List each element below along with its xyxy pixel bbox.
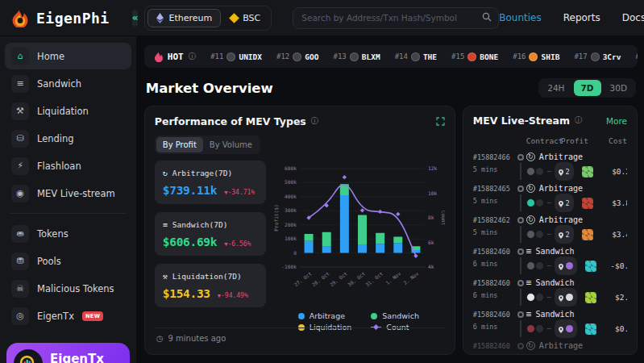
stat-value: $154.33: [163, 287, 210, 300]
sidebar-item-mev-live-stream[interactable]: ◉MEV Live-stream: [5, 180, 131, 207]
token-path: –2: [526, 194, 574, 211]
hot-token-rank: #14: [395, 52, 408, 60]
eigentx-promo-card[interactable]: EigenTx Analyse Transaction: [6, 343, 130, 363]
info-icon[interactable]: ⓘ: [189, 52, 197, 62]
tx-block-id: #15882466: [473, 153, 515, 161]
tx-profit: $0.74: [596, 324, 627, 333]
token-icon: [535, 230, 544, 239]
legend-label: Arbitrage: [310, 311, 345, 320]
bsc-icon: [229, 13, 239, 23]
sidebar-item-sandwich[interactable]: ≡Sandwich: [5, 70, 131, 97]
livestream-row[interactable]: #15882465↻Arbitrage5 mins–2$3.80$4.15: [473, 182, 627, 211]
sidebar-item-home[interactable]: ⌂Home: [5, 43, 131, 69]
tx-block-id: #15882460: [473, 279, 515, 287]
range-button-30d[interactable]: 30D: [603, 80, 634, 96]
sidebar-item-malicious-tokens[interactable]: ☠Malicious Tokens: [5, 275, 131, 302]
svg-text:600k: 600k: [285, 165, 297, 171]
timeline-dot-icon: [517, 248, 524, 255]
contract-icon[interactable]: [585, 292, 596, 303]
hot-token-icon: [591, 52, 600, 61]
hot-token-blxm[interactable]: #13BLXM: [333, 52, 380, 61]
info-icon[interactable]: ⓘ: [575, 115, 583, 126]
svg-text:29. Oct: 29. Oct: [329, 270, 349, 287]
network-bsc-button[interactable]: BSC: [222, 10, 268, 27]
hot-label: HOT: [168, 52, 184, 62]
svg-text:-100k: -100k: [281, 264, 297, 269]
sidebar-collapse-button[interactable]: «: [132, 10, 139, 27]
arbitrage-icon: ↻: [526, 152, 535, 161]
sidebar-item-eigentx[interactable]: ◎EigenTxNEW: [5, 302, 131, 329]
stat-label: Sandwich(7D): [172, 220, 228, 229]
hot-token-unidx[interactable]: #11UNIDX: [210, 52, 262, 61]
hot-token-goo[interactable]: #12GOO: [276, 52, 318, 61]
search-input[interactable]: [293, 7, 499, 29]
sidebar-item-pools[interactable]: ⛃Pools: [5, 248, 131, 274]
tab-by-profit[interactable]: By Profit: [156, 137, 203, 152]
arbitrage-icon: ↻: [526, 341, 535, 350]
tx-age: 5 mins: [473, 194, 515, 211]
network-ethereum-button[interactable]: Ethereum: [147, 9, 221, 27]
search-icon[interactable]: [482, 12, 492, 22]
sidebar-item-liquidation[interactable]: ⚒Liquidation: [5, 98, 131, 124]
sidebar: ⌂Home≡Sandwich⚒Liquidation⛁Lending⚡Flash…: [0, 36, 136, 363]
fullscreen-icon[interactable]: [436, 117, 445, 126]
nav-link-bounties[interactable]: Bounties: [499, 12, 541, 23]
svg-text:30. Oct: 30. Oct: [347, 270, 367, 287]
range-button-7d[interactable]: 7D: [574, 80, 601, 96]
range-button-24h[interactable]: 24H: [540, 80, 571, 96]
mev-type: ≡Sandwich: [526, 277, 627, 289]
contract-icon[interactable]: [582, 166, 593, 177]
livestream-row[interactable]: #15882460≡Sandwich6 mins–$0.74$66.54: [473, 308, 627, 337]
hot-token-yld[interactable]: #18YLD: [636, 52, 638, 61]
more-link[interactable]: More: [606, 116, 627, 126]
livestream-row[interactable]: #15882460≡Sandwich6 mins–$2.43$44.74: [473, 277, 627, 306]
stat-tile-liquidation[interactable]: ⚒Liquidation(7D)$154.33▼-94.49%: [155, 264, 266, 307]
mev-chart[interactable]: -100k0100k200k300k400k500k600k4k6k8k10k1…: [272, 161, 445, 309]
venue-pill: [555, 257, 577, 275]
contract-icon[interactable]: [582, 198, 593, 209]
mev-type: ↻Arbitrage: [526, 151, 627, 163]
timeline-dot-icon: [517, 311, 524, 318]
sidebar-item-tokens[interactable]: ⛂Tokens: [5, 220, 131, 247]
brand-logo[interactable]: EigenPhi: [10, 8, 110, 27]
hot-token-the[interactable]: #14THE: [395, 52, 437, 61]
livestream-row[interactable]: #15882466↻Arbitrage5 mins–2$0.25$4.00: [473, 151, 627, 180]
svg-text:400k: 400k: [285, 194, 297, 199]
hot-token-bone[interactable]: #15BONE: [451, 52, 498, 61]
token-path: –2: [526, 226, 574, 243]
svg-text:500k: 500k: [285, 179, 297, 185]
promo-title: EigenTx: [50, 352, 123, 363]
info-icon[interactable]: ⓘ: [311, 116, 319, 127]
timeline-line: [520, 163, 521, 180]
hot-token-symbol: THE: [423, 52, 437, 61]
network-label: Ethereum: [168, 13, 212, 23]
token-path: –2: [526, 163, 574, 180]
hot-token-symbol: GOO: [305, 52, 318, 61]
tab-by-volume[interactable]: By Volume: [203, 137, 259, 152]
contract-icon[interactable]: [585, 261, 596, 272]
svg-text:Count: Count: [441, 211, 445, 226]
livestream-row[interactable]: #15882460↻Arbitrage: [473, 340, 627, 354]
contract-icon[interactable]: [582, 229, 593, 240]
nav-link-reports[interactable]: Reports: [563, 12, 600, 23]
sidebar-item-flashloan[interactable]: ⚡Flashloan: [5, 152, 131, 179]
mev-type-label: Sandwich: [535, 247, 574, 256]
timeline-line: [520, 320, 521, 337]
nav-link-docs[interactable]: Docs: [622, 12, 644, 23]
livestream-row[interactable]: #15882462↻Arbitrage5 mins–2$3.47$3.08: [473, 214, 627, 243]
contract-icon[interactable]: [585, 323, 596, 335]
malicious-icon: ☠: [11, 280, 29, 298]
stat-change: ▼-6.56%: [224, 240, 251, 248]
livestream-row[interactable]: #15882460≡Sandwich6 mins–-$0.29$4.28: [473, 245, 627, 274]
timeline-line: [520, 289, 521, 306]
stat-tile-arbitrage[interactable]: ↻Arbitrage(7D)$739.11k▼-34.71%: [155, 161, 266, 204]
mev-type: ↻Arbitrage: [526, 182, 627, 194]
hot-token-shib[interactable]: #16SHIB: [513, 52, 559, 61]
tx-profit: $2.43: [596, 293, 627, 302]
hot-token-icon: [226, 52, 235, 61]
hot-token-3crv[interactable]: #173Crv: [574, 52, 621, 61]
stat-tile-sandwich[interactable]: ≡Sandwich(7D)$606.69k▼-6.56%: [155, 212, 266, 256]
pin-icon: [559, 227, 563, 242]
stat-change-value: -94.49%: [221, 292, 248, 299]
sidebar-item-lending[interactable]: ⛁Lending: [5, 125, 131, 152]
